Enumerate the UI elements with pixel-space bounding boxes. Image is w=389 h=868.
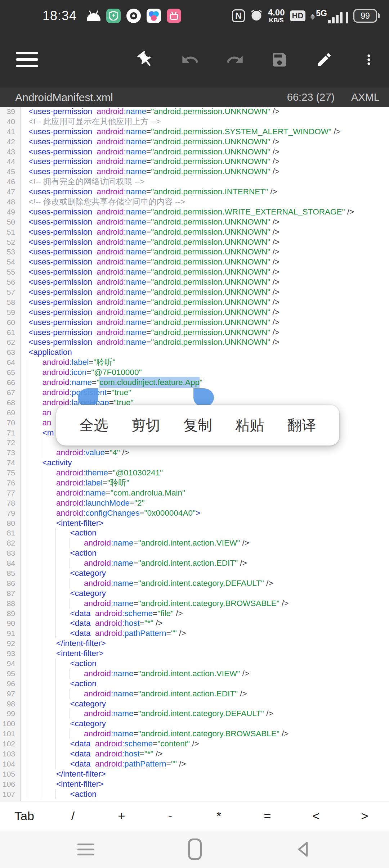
code-line[interactable]: 43<uses-permission android:name="android… — [0, 147, 389, 157]
format-badge[interactable]: AXML — [351, 91, 380, 103]
save-button[interactable] — [270, 50, 289, 69]
code-line[interactable]: 61<uses-permission android:name="android… — [0, 327, 389, 338]
code-line[interactable]: 65android:icon="@7F010000" — [0, 367, 389, 378]
code-editor[interactable]: 39<uses-permission android:name="android… — [0, 107, 389, 801]
code-line[interactable]: 84android:name="android.intent.action.ED… — [0, 558, 389, 568]
context-menu-item-翻译[interactable]: 翻译 — [287, 415, 316, 435]
line-number: 74 — [0, 458, 18, 468]
code-line[interactable]: 85<category — [0, 568, 389, 578]
code-line[interactable]: 86android:name="android.intent.category.… — [0, 578, 389, 588]
code-line[interactable]: 39<uses-permission android:name="android… — [0, 107, 389, 117]
code-line[interactable]: 91<data android:pathPattern="" /> — [0, 628, 389, 638]
code-line[interactable]: 56<uses-permission android:name="android… — [0, 277, 389, 287]
code-line[interactable]: 74<activity — [0, 458, 389, 468]
more-options-button[interactable] — [359, 50, 378, 69]
symbol-key-=[interactable]: = — [243, 809, 292, 823]
code-line[interactable]: 105</intent-filter> — [0, 769, 389, 779]
symbol-key->[interactable]: > — [340, 809, 389, 823]
code-line[interactable]: 44<uses-permission android:name="android… — [0, 157, 389, 167]
symbol-key-<[interactable]: < — [292, 809, 340, 823]
code-line[interactable]: 64android:label="聆听" — [0, 357, 389, 367]
context-menu-item-全选[interactable]: 全选 — [79, 415, 108, 435]
code-line[interactable]: 62<uses-permission android:name="android… — [0, 337, 389, 347]
code-text: </intent-filter> — [18, 638, 389, 648]
code-line[interactable]: 82android:name="android.intent.action.VI… — [0, 538, 389, 548]
home-button[interactable] — [188, 838, 202, 860]
context-menu-item-剪切[interactable]: 剪切 — [131, 415, 160, 435]
symbol-key--[interactable]: - — [146, 809, 194, 823]
indent-guide — [28, 428, 28, 438]
code-line[interactable]: 103<data android:host="*" /> — [0, 749, 389, 759]
context-menu-item-粘贴[interactable]: 粘贴 — [235, 415, 264, 435]
indent-guide — [42, 468, 42, 478]
code-line[interactable]: 96<action — [0, 679, 389, 689]
code-line[interactable]: 46<!-- 拥有完全的网络访问权限 --> — [0, 177, 389, 187]
code-line[interactable]: 94<action — [0, 659, 389, 669]
indent-guide — [28, 357, 28, 367]
code-line[interactable]: 42<uses-permission android:name="android… — [0, 137, 389, 147]
pin-button[interactable] — [136, 50, 155, 69]
code-line[interactable]: 58<uses-permission android:name="android… — [0, 297, 389, 307]
code-line[interactable]: 78android:launchMode="2" — [0, 498, 389, 508]
code-line[interactable]: 54<uses-permission android:name="android… — [0, 257, 389, 267]
code-line[interactable]: 49<uses-permission android:name="android… — [0, 207, 389, 217]
code-line[interactable]: 87<category — [0, 588, 389, 598]
undo-button[interactable] — [181, 50, 200, 69]
code-line[interactable]: 52<uses-permission android:name="android… — [0, 237, 389, 247]
symbol-key-*[interactable]: * — [194, 809, 243, 823]
code-line[interactable]: 50<uses-permission android:name="android… — [0, 217, 389, 227]
symbol-key-Tab[interactable]: Tab — [0, 809, 49, 823]
code-line[interactable]: 59<uses-permission android:name="android… — [0, 307, 389, 317]
code-line[interactable]: 63<application — [0, 347, 389, 357]
code-line[interactable]: 57<uses-permission android:name="android… — [0, 287, 389, 297]
code-line[interactable]: 60<uses-permission android:name="android… — [0, 317, 389, 327]
code-line[interactable]: 107<action — [0, 789, 389, 799]
recents-button[interactable] — [77, 844, 94, 855]
edit-button[interactable] — [315, 50, 334, 69]
code-line[interactable]: 79android:configChanges="0x000004A0"> — [0, 508, 389, 518]
code-line[interactable]: 99android:name="android.intent.category.… — [0, 709, 389, 719]
code-text: <uses-permission android:name="android.p… — [18, 277, 389, 287]
code-line[interactable]: 53<uses-permission android:name="android… — [0, 247, 389, 257]
code-line[interactable]: 102<data android:scheme="content" /> — [0, 739, 389, 749]
indent-guide — [42, 568, 42, 578]
code-line[interactable]: 106<intent-filter> — [0, 779, 389, 789]
code-line[interactable]: 40<!-- 此应用可显示在其他应用上方 --> — [0, 117, 389, 127]
redo-button[interactable] — [225, 50, 244, 69]
context-menu-item-复制[interactable]: 复制 — [183, 415, 212, 435]
code-line[interactable]: 100<category — [0, 719, 389, 729]
code-line[interactable]: 83<action — [0, 548, 389, 558]
code-line[interactable]: 104<data android:pathPattern="" /> — [0, 759, 389, 769]
code-line[interactable]: 41<uses-permission android:name="android… — [0, 127, 389, 137]
code-line[interactable]: 77android:name="com.androlua.Main" — [0, 488, 389, 498]
code-text: android:label="聆听" — [18, 357, 389, 367]
code-line[interactable]: 97android:name="android.intent.action.ED… — [0, 689, 389, 699]
code-line[interactable]: 48<!-- 修改或删除您共享存储空间中的内容 --> — [0, 197, 389, 207]
symbol-key-+[interactable]: + — [97, 809, 146, 823]
menu-button[interactable] — [16, 52, 38, 67]
selection-handle-right[interactable] — [193, 388, 214, 407]
indent-guide — [55, 789, 56, 799]
code-line[interactable]: 75android:theme="@01030241" — [0, 468, 389, 478]
code-line[interactable]: 51<uses-permission android:name="android… — [0, 227, 389, 237]
code-line[interactable]: 101android:name="android.intent.category… — [0, 729, 389, 739]
code-line[interactable]: 76android:label="聆听" — [0, 478, 389, 488]
code-line[interactable]: 45<uses-permission android:name="android… — [0, 167, 389, 177]
code-line[interactable]: 55<uses-permission android:name="android… — [0, 267, 389, 277]
selection-handle-left[interactable] — [78, 388, 98, 407]
code-line[interactable]: 89<data android:scheme="file" /> — [0, 609, 389, 619]
back-button[interactable] — [296, 841, 312, 858]
code-line[interactable]: 66android:name="com.cloudinject.feature.… — [0, 378, 389, 388]
code-line[interactable]: 81<action — [0, 528, 389, 538]
code-line[interactable]: 93<intent-filter> — [0, 648, 389, 659]
selected-text[interactable]: com.cloudinject.feature.App — [99, 378, 200, 387]
code-line[interactable]: 92</intent-filter> — [0, 638, 389, 648]
symbol-key-/[interactable]: / — [49, 809, 97, 823]
code-line[interactable]: 47<uses-permission android:name="android… — [0, 187, 389, 197]
code-line[interactable]: 80<intent-filter> — [0, 518, 389, 528]
code-line[interactable]: 88android:name="android.intent.category.… — [0, 598, 389, 609]
code-line[interactable]: 90<data android:host="*" /> — [0, 618, 389, 628]
code-line[interactable]: 95android:name="android.intent.action.VI… — [0, 669, 389, 679]
code-line[interactable]: 98<category — [0, 699, 389, 709]
code-line[interactable]: 73android:value="4" /> — [0, 448, 389, 458]
